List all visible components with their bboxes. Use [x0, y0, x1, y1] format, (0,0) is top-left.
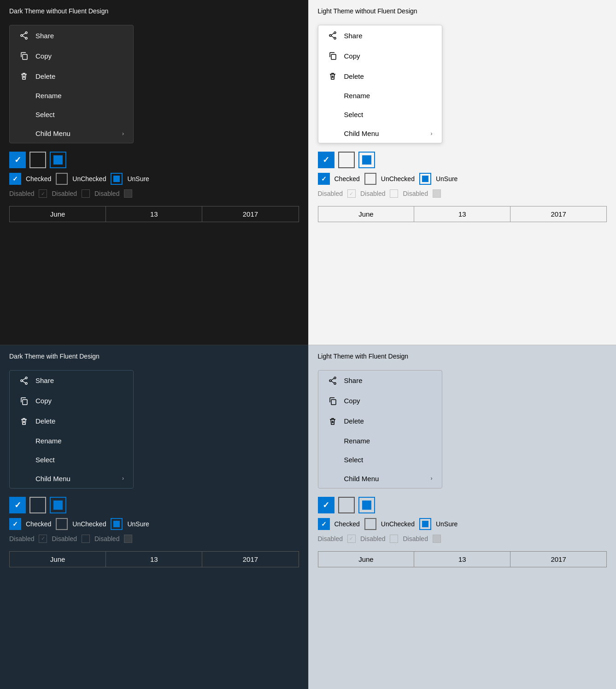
menu-item-delete-lf[interactable]: Delete — [318, 411, 442, 431]
menu-item-share[interactable]: Share — [10, 25, 133, 46]
date-month[interactable]: June — [10, 206, 106, 222]
checkbox-section-dark-f: Checked UnChecked UnSure Disabled Disabl… — [9, 497, 299, 543]
cb-unsure-box[interactable] — [111, 173, 123, 185]
quadrant-title-dark-nf: Dark Theme without Fluent Design — [9, 7, 299, 15]
quadrant-title-light-nf: Light Theme without Fluent Design — [318, 7, 607, 15]
chevron-right-icon-df: › — [122, 475, 124, 482]
svg-line-12 — [331, 36, 334, 38]
cb-checked-df[interactable] — [9, 518, 21, 530]
quadrant-dark-no-fluent: Dark Theme without Fluent Design Share C… — [0, 0, 308, 345]
menu-item-copy-df[interactable]: Copy — [10, 391, 133, 411]
cb-disabled-unchecked-l — [390, 189, 398, 198]
menu-item-share-l[interactable]: Share — [318, 25, 442, 46]
menu-label-select-l: Select — [344, 111, 433, 118]
menu-item-delete-df[interactable]: Delete — [10, 411, 133, 431]
menu-label-share-l: Share — [344, 32, 433, 40]
menu-item-select-l[interactable]: Select — [318, 105, 442, 124]
cb-disabled-label-1-df: Disabled — [9, 535, 34, 542]
menu-item-childmenu-df[interactable]: Child Menu › — [10, 469, 133, 488]
svg-point-10 — [329, 35, 331, 36]
cb-large-unchecked-lf[interactable] — [338, 497, 355, 513]
menu-item-select-df[interactable]: Select — [10, 450, 133, 469]
menu-item-rename-df[interactable]: Rename — [10, 431, 133, 450]
svg-point-18 — [21, 380, 23, 382]
menu-item-copy-lf[interactable]: Copy — [318, 391, 442, 411]
cb-label-checked: Checked — [26, 175, 51, 183]
menu-item-rename[interactable]: Rename — [10, 86, 133, 105]
cb-disabled-label-1: Disabled — [9, 190, 34, 197]
menu-item-select-lf[interactable]: Select — [318, 450, 442, 469]
cb-disabled-label-1-l: Disabled — [318, 190, 343, 197]
svg-point-17 — [25, 383, 27, 384]
svg-line-27 — [331, 378, 334, 380]
cb-large-checked[interactable] — [9, 152, 26, 168]
cb-unsure-box-l[interactable] — [419, 173, 431, 185]
date-picker-dark-f[interactable]: June 13 2017 — [9, 551, 299, 567]
cb-large-checked-l[interactable] — [318, 152, 334, 168]
menu-item-delete-l[interactable]: Delete — [318, 66, 442, 86]
menu-item-select[interactable]: Select — [10, 105, 133, 124]
cb-disabled-unchecked — [82, 189, 90, 198]
menu-item-rename-l[interactable]: Rename — [318, 86, 442, 105]
date-picker-dark-nf[interactable]: June 13 2017 — [9, 206, 299, 222]
cb-label-unchecked-lf: UnChecked — [381, 520, 415, 528]
date-year-lf[interactable]: 2017 — [510, 552, 606, 567]
date-month-lf[interactable]: June — [318, 552, 415, 567]
date-year-df[interactable]: 2017 — [202, 552, 298, 567]
cb-large-unsure-df[interactable] — [50, 497, 66, 513]
date-picker-light-f[interactable]: June 13 2017 — [318, 551, 607, 567]
cb-unchecked-box-lf[interactable] — [364, 518, 376, 530]
date-day-df[interactable]: 13 — [106, 552, 202, 567]
menu-label-copy: Copy — [35, 52, 124, 60]
cb-disabled-label-2-df: Disabled — [52, 535, 76, 542]
cb-unsure-box-df[interactable] — [111, 518, 123, 530]
menu-item-copy-l[interactable]: Copy — [318, 46, 442, 66]
cb-checked-lf[interactable] — [318, 518, 330, 530]
cb-preview-row-light-nf — [318, 152, 607, 168]
cb-unchecked-box[interactable] — [56, 173, 68, 185]
menu-label-select-df: Select — [35, 456, 124, 464]
quadrant-title-light-f: Light Theme with Fluent Design — [318, 353, 607, 360]
context-menu-light-f: Share Copy Delete Rename Select Child Me… — [318, 370, 442, 489]
date-day-lf[interactable]: 13 — [414, 552, 510, 567]
cb-label-unchecked-l: UnChecked — [381, 175, 415, 183]
cb-large-checked-lf[interactable] — [318, 497, 334, 513]
cb-large-unchecked[interactable] — [29, 152, 46, 168]
date-month-df[interactable]: June — [10, 552, 106, 567]
menu-item-childmenu-l[interactable]: Child Menu › — [318, 124, 442, 143]
cb-large-unchecked-df[interactable] — [29, 497, 46, 513]
menu-label-share-lf: Share — [344, 377, 433, 384]
menu-item-childmenu-lf[interactable]: Child Menu › — [318, 469, 442, 488]
cb-large-unchecked-l[interactable] — [338, 152, 355, 168]
menu-item-rename-lf[interactable]: Rename — [318, 431, 442, 450]
date-picker-light-nf[interactable]: June 13 2017 — [318, 206, 607, 222]
cb-large-unsure-lf[interactable] — [358, 497, 375, 513]
menu-item-share-df[interactable]: Share — [10, 371, 133, 391]
chevron-right-icon: › — [122, 130, 124, 137]
date-month-l[interactable]: June — [318, 206, 415, 222]
chevron-right-icon-lf: › — [431, 475, 433, 482]
date-year-l[interactable]: 2017 — [510, 206, 606, 222]
cb-disabled-unsure — [124, 189, 132, 198]
delete-icon-df — [19, 417, 29, 426]
cb-unchecked-box-df[interactable] — [56, 518, 68, 530]
cb-unsure-box-lf[interactable] — [419, 518, 431, 530]
menu-item-delete[interactable]: Delete — [10, 66, 133, 86]
svg-line-28 — [331, 381, 334, 383]
cb-large-unsure[interactable] — [50, 152, 66, 168]
date-year[interactable]: 2017 — [202, 206, 298, 222]
cb-large-checked-df[interactable] — [9, 497, 26, 513]
menu-item-share-lf[interactable]: Share — [318, 371, 442, 391]
cb-unchecked-box-l[interactable] — [364, 173, 376, 185]
cb-checked[interactable] — [9, 173, 21, 185]
cb-disabled-label-2-lf: Disabled — [360, 535, 385, 542]
menu-label-select-lf: Select — [344, 456, 433, 464]
cb-large-unsure-l[interactable] — [358, 152, 375, 168]
date-day[interactable]: 13 — [106, 206, 202, 222]
cb-checked-l[interactable] — [318, 173, 330, 185]
cb-disabled-checked-df — [39, 535, 47, 543]
date-day-l[interactable]: 13 — [414, 206, 510, 222]
menu-item-copy[interactable]: Copy — [10, 46, 133, 66]
menu-item-childmenu[interactable]: Child Menu › — [10, 124, 133, 143]
cb-row-active-df: Checked UnChecked UnSure — [9, 518, 299, 530]
